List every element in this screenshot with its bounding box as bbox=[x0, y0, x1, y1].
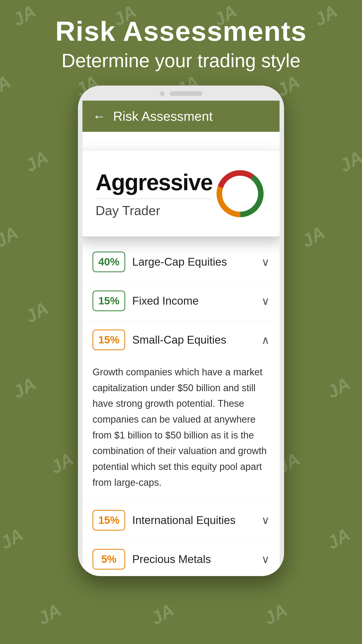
chevron-fixed-income[interactable]: ∨ bbox=[261, 295, 269, 307]
pct-large-cap: 40% bbox=[93, 252, 125, 272]
allocation-large-cap[interactable]: 40% Large-Cap Equities ∨ bbox=[82, 243, 280, 281]
profile-name: Aggressive bbox=[96, 170, 212, 195]
back-button[interactable]: ← bbox=[93, 109, 106, 124]
pct-small-cap: 15% bbox=[93, 330, 125, 350]
chevron-precious-metals[interactable]: ∨ bbox=[261, 553, 269, 566]
small-cap-description: Growth companies which have a market cap… bbox=[82, 359, 280, 501]
app-bar-title: Risk Assessment bbox=[113, 109, 213, 124]
content-area: 40% Large-Cap Equities ∨ 15% Fixed Incom… bbox=[82, 243, 280, 576]
phone-screen: ← Risk Assessment Aggressive Day Trader bbox=[82, 101, 280, 576]
chevron-large-cap[interactable]: ∨ bbox=[261, 256, 269, 268]
phone-frame: ← Risk Assessment Aggressive Day Trader bbox=[78, 86, 284, 576]
pct-fixed-income: 15% bbox=[93, 291, 125, 311]
allocation-small-cap[interactable]: 15% Small-Cap Equities ∧ bbox=[82, 320, 280, 359]
donut-chart bbox=[212, 166, 268, 221]
chevron-international[interactable]: ∨ bbox=[261, 514, 269, 527]
phone-speaker bbox=[170, 91, 202, 96]
page-header: Risk Assessments Determine your trading … bbox=[0, 15, 362, 71]
profile-card: Aggressive Day Trader bbox=[82, 151, 280, 236]
phone-camera bbox=[160, 91, 165, 96]
profile-subtitle: Day Trader bbox=[96, 198, 212, 218]
allocation-fixed-income[interactable]: 15% Fixed Income ∨ bbox=[82, 281, 280, 320]
label-large-cap: Large-Cap Equities bbox=[132, 256, 254, 268]
allocation-international[interactable]: 15% International Equities ∨ bbox=[82, 501, 280, 540]
chevron-small-cap[interactable]: ∧ bbox=[261, 334, 269, 346]
label-precious-metals: Precious Metals bbox=[132, 553, 254, 566]
app-bar: ← Risk Assessment bbox=[82, 101, 280, 132]
pct-precious-metals: 5% bbox=[93, 549, 125, 570]
label-small-cap: Small-Cap Equities bbox=[132, 334, 254, 346]
label-fixed-income: Fixed Income bbox=[132, 295, 254, 307]
card-info: Aggressive Day Trader bbox=[96, 170, 212, 218]
page-subtitle: Determine your trading style bbox=[0, 50, 362, 71]
label-international: International Equities bbox=[132, 514, 254, 527]
allocation-precious-metals[interactable]: 5% Precious Metals ∨ bbox=[82, 540, 280, 576]
phone-notch bbox=[78, 86, 284, 101]
pct-international: 15% bbox=[93, 510, 125, 531]
page-title: Risk Assessments bbox=[0, 15, 362, 47]
